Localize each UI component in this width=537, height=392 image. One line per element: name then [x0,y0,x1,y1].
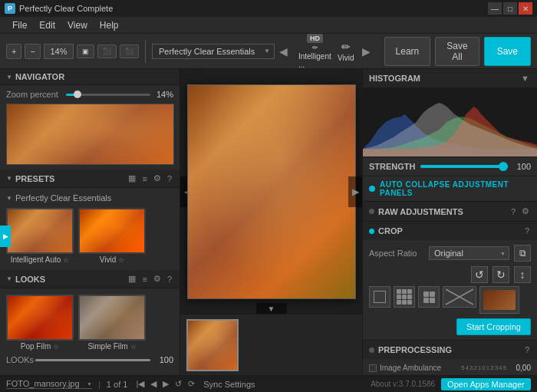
preset-thumb-label-vivid: Vivid ☆ [100,255,125,264]
looks-star-simple-film[interactable]: ☆ [130,343,137,351]
crop-copy-button[interactable]: ⧉ [514,245,531,262]
toolbar-remove-button[interactable]: − [25,44,40,59]
preset-nav-prev[interactable]: ◀ [278,45,289,58]
canvas-arrow-bottom[interactable]: ▼ [256,303,287,314]
crop-no-grid-icon [374,291,386,303]
preset-vivid[interactable]: ✏ Vivid [338,41,354,62]
crop-tool-quarters[interactable] [418,286,440,308]
zoom-slider[interactable] [66,94,150,96]
preset-hd[interactable]: HD ✏ Intelligent ... [298,34,331,69]
view-compare-button[interactable]: ⬛ [120,44,139,58]
preproc-scale-ambulance: 5 4 3 2 1 0 1 2 3 4 5 [461,364,506,371]
raw-adjustments-header[interactable]: RAW ADJUSTMENTS ? ⚙ [363,202,537,221]
histogram-title: HISTOGRAM [369,74,516,83]
preset-group-header[interactable]: ▼ Perfectly Clear Essentials [6,191,173,205]
view-single-button[interactable]: ▣ [77,44,94,58]
start-cropping-button[interactable]: Start Cropping [456,318,531,335]
crop-tool-no-grid[interactable] [369,286,390,308]
minimize-button[interactable]: — [488,2,502,15]
status-next-btn[interactable]: ▶ [160,378,171,390]
status-sync-icon[interactable]: ⟳ [186,378,197,390]
open-apps-button[interactable]: Open Apps Manager [441,378,531,390]
status-prev-btn[interactable]: ◀ [148,378,159,390]
raw-adjustments-dot [369,209,374,214]
presets-header[interactable]: ▼ PRESETS ▦ ≡ ⚙ ? [0,170,180,188]
status-first-btn[interactable]: |◀ [133,378,147,390]
presets-help[interactable]: ? [166,173,173,184]
menu-bar: File Edit View Help [0,17,537,34]
preset-play-button[interactable]: ▶ [0,226,11,247]
looks-header-actions: ▦ ≡ ⚙ ? [127,273,173,285]
looks-settings[interactable]: ⚙ [152,273,163,285]
crop-header[interactable]: CROP ? [363,222,537,240]
looks-amount-slider[interactable] [35,359,150,361]
crop-start-row: Start Cropping [369,318,531,335]
preset-star-vivid[interactable]: ☆ [118,256,124,264]
presets-grid-wrap: ▶ Intelligent Auto ☆ Vivid [6,205,173,267]
save-all-button[interactable]: Save All [435,37,479,66]
presets-settings[interactable]: ⚙ [152,173,163,184]
navigator-header[interactable]: ▼ NAVIGATOR [0,69,180,85]
looks-thumb-simple-film[interactable]: Simple Film ☆ [78,295,146,351]
sync-settings-button[interactable]: Sync Settings [203,380,255,389]
histogram-menu[interactable]: ▼ [519,73,531,84]
preset-nav-next[interactable]: ▶ [361,45,372,58]
strength-thumb [499,162,508,171]
crop-tool-thirds[interactable] [394,286,415,308]
maximize-button[interactable]: □ [503,2,517,15]
learn-button[interactable]: Learn [384,37,431,66]
zoom-label: Zoom percent [6,90,61,99]
looks-label-text-pop-film: Pop Film [21,342,51,351]
auto-collapse-row[interactable]: AUTO COLLAPSE ADJUSTMENT PANELS [363,176,537,202]
crop-help[interactable]: ? [523,226,531,236]
histogram-svg [363,87,537,156]
raw-adjustments-help[interactable]: ? [509,206,517,217]
preset-star-intelligent[interactable]: ☆ [63,256,69,264]
raw-adjustments-settings[interactable]: ⚙ [520,206,531,217]
view-split-button[interactable]: ⬛ [97,44,117,58]
looks-thumb-label-simple-film: Simple Film ☆ [87,342,136,351]
status-sep-1: | [98,380,100,389]
crop-aspect-select[interactable]: Original 1:1 4:3 16:9 3:2 [429,246,509,260]
preprocessing-header[interactable]: PREPROCESSING ? [363,341,537,359]
looks-star-pop-film[interactable]: ☆ [53,343,59,351]
preprocessing-help[interactable]: ? [523,344,531,355]
looks-grid-view[interactable]: ▦ [127,273,137,285]
raw-adjustments-title: RAW ADJUSTMENTS [378,207,506,216]
looks-header[interactable]: ▼ LOOKS ▦ ≡ ⚙ ? [0,270,180,288]
preset-dropdown[interactable]: Perfectly Clear Essentials [152,44,275,59]
preset-thumb-intelligent[interactable]: Intelligent Auto ☆ [6,208,74,264]
toolbar-add-button[interactable]: + [6,44,21,59]
canvas-arrow-right[interactable]: ▶ [348,176,362,207]
save-button[interactable]: Save [484,37,531,66]
looks-list-view[interactable]: ≡ [140,274,148,285]
status-rotate-btn[interactable]: ↺ [173,378,184,390]
close-button[interactable]: ✕ [519,2,532,15]
crop-tool-diagonal[interactable] [443,286,476,308]
histogram-section: HISTOGRAM ▼ [363,69,537,157]
crop-preview-thumb [479,286,519,314]
presets-grid-view[interactable]: ▦ [127,173,137,184]
crop-rotate-cw[interactable]: ↺ [471,266,488,283]
menu-file[interactable]: File [6,18,33,32]
histogram-header[interactable]: HISTOGRAM ▼ [363,69,537,87]
looks-help[interactable]: ? [166,274,173,285]
menu-help[interactable]: Help [94,18,125,32]
crop-rotate-ccw[interactable]: ↻ [493,266,509,283]
navigator-triangle: ▼ [6,74,12,81]
film-thumb-1[interactable] [186,319,239,371]
preproc-row-exposure: Exposure Value 0,00 [369,374,531,375]
preset-thumb-vivid[interactable]: Vivid ☆ [78,208,146,264]
presets-header-actions: ▦ ≡ ⚙ ? [127,173,173,184]
crop-flip[interactable]: ↕ [514,266,531,283]
presets-list-view[interactable]: ≡ [140,173,148,184]
status-filename-dropdown[interactable]: FOTO_mansory.jpg [6,379,92,389]
looks-triangle: ▼ [6,275,12,282]
preproc-checkbox-ambulance[interactable] [369,364,377,372]
looks-thumb-pop-film[interactable]: Pop Film ☆ [6,295,74,351]
looks-grid: Pop Film ☆ Simple Film ☆ [6,292,173,354]
menu-edit[interactable]: Edit [33,18,61,32]
strength-slider[interactable] [420,165,509,168]
presets-title: PRESETS [15,174,54,183]
menu-view[interactable]: View [61,18,94,32]
